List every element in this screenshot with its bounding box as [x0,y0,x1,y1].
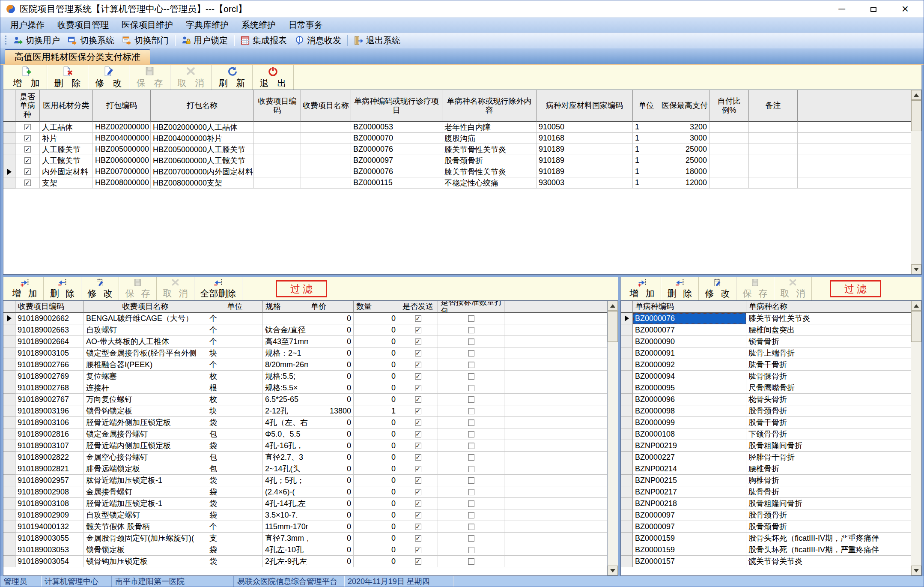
table-cell[interactable] [438,452,504,463]
table-cell[interactable]: 0 [354,417,398,428]
table-cell[interactable]: 1 [633,144,660,155]
scroll-down-button[interactable] [911,566,921,575]
table-cell[interactable]: 袋 [207,440,263,452]
table-cell[interactable] [301,144,351,155]
toolbar-button[interactable]: 切换系统 [64,34,118,47]
table-cell[interactable]: ✓ [398,359,438,371]
checkbox[interactable]: ✓ [415,547,421,553]
row-selector[interactable] [621,463,633,475]
scroll-track[interactable] [911,342,921,566]
table-cell[interactable]: 复位螺塞 [84,371,207,382]
button[interactable]: 刷新 [212,65,253,90]
checkbox[interactable]: ✓ [415,373,421,380]
checkbox[interactable]: ✓ [415,535,421,542]
row-selector[interactable] [621,336,633,347]
table-cell[interactable]: 0 [354,428,398,440]
table-cell[interactable]: 6.5*25-65 [263,394,308,405]
checkbox[interactable] [468,466,474,472]
table-cell[interactable]: BZ0000097 [633,521,746,533]
table-cell[interactable]: 910189002816 [15,428,84,440]
table-cell[interactable]: 袋 [207,417,263,428]
table-cell[interactable]: HBZ008000000 [93,177,151,189]
table-cell[interactable]: 910189002664 [15,336,84,347]
menu-item[interactable]: 系统维护 [235,19,282,31]
minimize-button[interactable]: ─ [835,3,848,15]
table-cell[interactable]: 8/20mm-26m [263,359,308,371]
checkbox[interactable]: ✓ [415,558,421,565]
table-cell[interactable]: 0 [354,521,398,533]
row-selector[interactable] [3,556,15,567]
checkbox[interactable] [468,362,474,368]
menu-item[interactable]: 医保项目维护 [115,19,179,31]
checkbox[interactable]: ✓ [415,315,421,322]
checkbox[interactable] [468,385,474,391]
row-selector[interactable] [621,324,633,336]
table-cell[interactable]: HBZ006000000 [93,155,151,166]
table-cell[interactable]: (2.4×6)-( [263,486,308,498]
button[interactable]: 保存 [736,277,774,300]
table-cell[interactable] [438,336,504,347]
table-cell[interactable]: 股骨粗隆间骨折 [746,440,911,452]
table-cell[interactable]: 内外固定材料 [40,166,93,177]
checkbox[interactable] [468,547,474,553]
table-cell[interactable]: 0 [354,452,398,463]
scroll-track[interactable] [911,131,921,264]
table-cell[interactable]: 肱骨上端骨折 [746,347,911,359]
table-cell[interactable] [438,509,504,521]
table-cell[interactable]: 0 [308,394,354,405]
toolbar-button[interactable]: 消息收发 [291,34,345,47]
table-cell[interactable]: ✓ [398,405,438,417]
table-cell[interactable] [254,166,301,177]
table-cell[interactable] [749,133,798,144]
table-cell[interactable]: BZ0000115 [351,177,442,189]
checkbox[interactable]: ✓ [415,385,421,391]
table-cell[interactable]: ✓ [398,544,438,556]
checkbox[interactable] [468,408,474,414]
checkbox[interactable]: ✓ [415,431,421,437]
table-cell[interactable]: 锁骨锁定板 [84,544,207,556]
table-cell[interactable] [749,122,798,133]
table-cell[interactable]: 0 [308,313,354,324]
row-selector[interactable] [3,463,15,475]
table-cell[interactable] [301,155,351,166]
table-cell[interactable] [438,533,504,544]
table-cell[interactable]: AO-带大终板的人工椎体 [84,336,207,347]
button[interactable]: 删除 [44,277,81,300]
table-cell[interactable] [438,417,504,428]
table-cell[interactable]: 腰椎骨折 [746,463,911,475]
table-cell[interactable]: 腓骨远端锁定板 [84,463,207,475]
checkbox[interactable]: ✓ [24,124,31,130]
checkbox[interactable]: ✓ [415,350,421,356]
table-cell[interactable]: ✓ [15,177,40,189]
button[interactable]: 增加 [623,277,661,300]
table-cell[interactable] [301,122,351,133]
table-cell[interactable]: 4孔-16孔， [263,440,308,452]
row-selector[interactable] [3,122,15,133]
table-cell[interactable]: 膝关节骨性关节炎 [442,144,537,155]
table-cell[interactable]: ✓ [15,122,40,133]
table-cell[interactable]: 高43至71mm [263,336,308,347]
table-cell[interactable]: 锁骨骨折 [746,336,911,347]
table-cell[interactable]: 910189002957 [15,475,84,486]
menu-item[interactable]: 字典库维护 [179,19,235,31]
table-cell[interactable]: BZ0000108 [633,428,746,440]
table-cell[interactable]: ✓ [398,428,438,440]
button[interactable]: 保存 [129,65,170,90]
table-cell[interactable]: 910189 [537,166,633,177]
table-cell[interactable]: 人工髋关节 [40,155,93,166]
row-selector[interactable] [3,313,15,324]
table-cell[interactable]: BZ0000096 [633,394,746,405]
checkbox[interactable]: ✓ [24,157,31,164]
checkbox[interactable] [468,443,474,449]
table-cell[interactable] [438,428,504,440]
table-cell[interactable]: 桡骨头骨折 [746,394,911,405]
table-cell[interactable] [749,155,798,166]
table-cell[interactable]: 0 [354,382,398,394]
table-cell[interactable]: HBZ007000000内外固定材料 [151,166,254,177]
table-cell[interactable]: 18000 [660,166,709,177]
table-cell[interactable]: 袋 [207,475,263,486]
row-selector[interactable] [3,382,15,394]
table-cell[interactable]: 个 [207,324,263,336]
table-cell[interactable]: 0 [354,313,398,324]
table-cell[interactable]: 金属接骨螺钉 [84,486,207,498]
